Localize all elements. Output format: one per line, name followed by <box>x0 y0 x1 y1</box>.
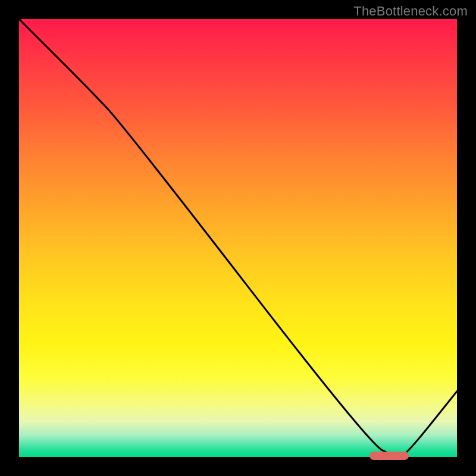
optimal-range-marker <box>369 452 409 460</box>
chart-frame: TheBottleneck.com <box>0 0 476 476</box>
bottleneck-curve <box>19 19 457 457</box>
curve-path <box>19 19 457 457</box>
plot-area <box>19 19 457 457</box>
watermark-text: TheBottleneck.com <box>353 4 468 19</box>
